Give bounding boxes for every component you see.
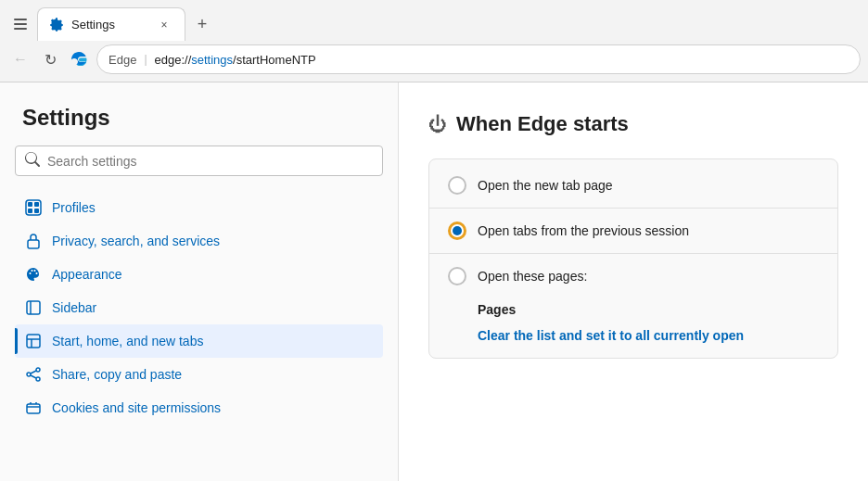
settings-tab-icon xyxy=(49,18,64,32)
radio-option-specific-pages[interactable]: Open these pages: xyxy=(429,258,837,295)
radio-new-tab-label: Open the new tab page xyxy=(478,178,613,193)
sidebar-item-start-home-label: Start, home, and new tabs xyxy=(52,334,203,348)
svg-rect-1 xyxy=(14,23,27,25)
radio-specific-pages-label: Open these pages: xyxy=(478,269,587,284)
address-input[interactable]: Edge | edge://settings/startHomeNTP xyxy=(96,44,861,74)
privacy-icon xyxy=(24,232,43,250)
svg-point-16 xyxy=(36,377,40,381)
section-title: When Edge starts xyxy=(456,112,629,136)
svg-rect-9 xyxy=(27,301,40,314)
svg-line-18 xyxy=(31,375,36,378)
svg-rect-5 xyxy=(34,202,39,207)
share-icon xyxy=(24,365,43,384)
address-protocol: edge:// xyxy=(155,53,192,67)
radio-option-previous-session[interactable]: Open tabs from the previous session xyxy=(429,212,837,249)
svg-rect-19 xyxy=(27,404,40,413)
when-edge-starts-icon: ⏻ xyxy=(428,114,447,135)
pages-label: Pages xyxy=(478,302,819,317)
svg-rect-7 xyxy=(34,209,39,213)
svg-rect-4 xyxy=(28,202,32,207)
main-layout: Settings Profiles xyxy=(0,82,868,481)
pages-section: Pages Clear the list and set it to all c… xyxy=(429,295,837,350)
address-bar: ← ↻ Edge | edge://settings/startHomeNTP xyxy=(0,41,868,82)
section-title-row: ⏻ When Edge starts xyxy=(428,112,838,136)
svg-line-17 xyxy=(31,371,36,373)
search-settings-input[interactable] xyxy=(47,154,373,169)
settings-tab[interactable]: Settings × xyxy=(37,7,185,41)
radio-previous-session-label: Open tabs from the previous session xyxy=(478,223,689,238)
refresh-button[interactable]: ↻ xyxy=(37,46,63,72)
appearance-icon xyxy=(24,265,43,284)
profiles-icon xyxy=(24,198,43,217)
startup-options-card: Open the new tab page Open tabs from the… xyxy=(428,158,838,359)
divider-2 xyxy=(429,253,837,254)
sidebar-item-profiles[interactable]: Profiles xyxy=(15,191,383,224)
svg-point-15 xyxy=(27,373,31,376)
sidebar-item-cookies[interactable]: Cookies and site permissions xyxy=(15,391,383,424)
content-panel: ⏻ When Edge starts Open the new tab page… xyxy=(399,82,868,481)
sidebar-item-share-copy[interactable]: Share, copy and paste xyxy=(15,358,383,391)
address-settings-part: settings xyxy=(191,53,233,67)
home-icon xyxy=(24,332,43,350)
address-url: edge://settings/startHomeNTP xyxy=(155,53,316,67)
sidebar-item-privacy-label: Privacy, search, and services xyxy=(52,234,220,248)
browser-chrome: Settings × + ← ↻ Edge | edge://settings/… xyxy=(0,0,868,82)
back-button[interactable]: ← xyxy=(7,46,33,72)
sidebar: Settings Profiles xyxy=(0,82,399,481)
address-divider: | xyxy=(144,53,147,66)
radio-option-new-tab[interactable]: Open the new tab page xyxy=(429,167,837,204)
tab-bar: Settings × + xyxy=(0,0,868,41)
radio-new-tab-indicator[interactable] xyxy=(448,176,466,195)
clear-list-link[interactable]: Clear the list and set it to all current… xyxy=(478,324,819,347)
svg-rect-2 xyxy=(14,28,27,30)
new-tab-button[interactable]: + xyxy=(189,11,215,37)
svg-rect-8 xyxy=(28,240,39,248)
radio-specific-pages-indicator[interactable] xyxy=(448,267,466,285)
search-icon xyxy=(25,152,40,170)
edge-logo xyxy=(67,46,93,72)
svg-rect-11 xyxy=(27,335,40,348)
sidebar-item-profiles-label: Profiles xyxy=(52,200,96,215)
sidebar-toggle-button[interactable] xyxy=(7,11,33,37)
sidebar-item-sidebar[interactable]: Sidebar xyxy=(15,291,383,324)
sidebar-item-sidebar-label: Sidebar xyxy=(52,300,96,315)
settings-page-title: Settings xyxy=(15,105,383,131)
tab-title: Settings xyxy=(71,18,147,32)
svg-rect-0 xyxy=(14,19,27,20)
sidebar-item-appearance[interactable]: Appearance xyxy=(15,258,383,291)
tab-close-button[interactable]: × xyxy=(155,16,173,34)
sidebar-item-cookies-label: Cookies and site permissions xyxy=(52,400,221,415)
sidebar-item-start-home[interactable]: Start, home, and new tabs xyxy=(15,324,383,358)
sidebar-icon xyxy=(24,298,43,317)
address-path: /startHomeNTP xyxy=(233,53,316,67)
svg-point-14 xyxy=(36,368,40,372)
svg-rect-6 xyxy=(28,209,32,213)
search-box[interactable] xyxy=(15,146,383,176)
sidebar-item-share-copy-label: Share, copy and paste xyxy=(52,367,182,382)
sidebar-item-appearance-label: Appearance xyxy=(52,267,122,282)
cookies-icon xyxy=(24,399,43,417)
sidebar-item-privacy[interactable]: Privacy, search, and services xyxy=(15,224,383,258)
edge-browser-label: Edge xyxy=(108,53,136,67)
radio-previous-session-dot xyxy=(453,226,462,235)
radio-previous-session-indicator[interactable] xyxy=(448,222,466,240)
divider-1 xyxy=(429,208,837,209)
